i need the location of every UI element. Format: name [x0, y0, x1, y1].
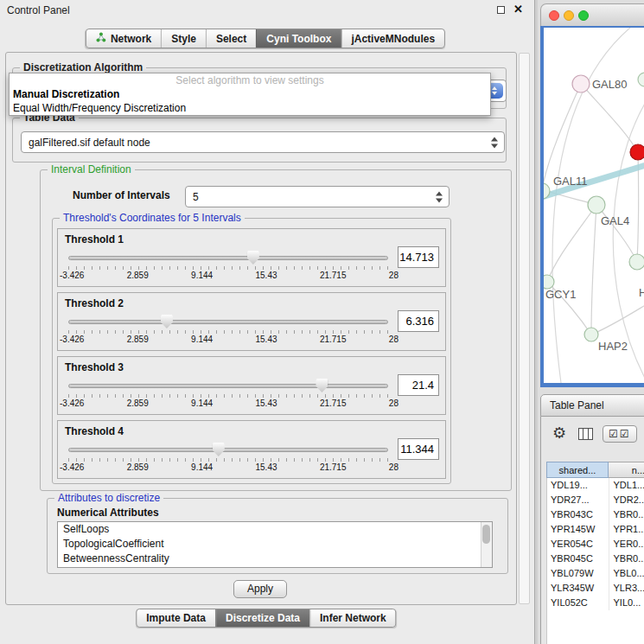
apply-button[interactable]: Apply — [233, 580, 287, 598]
table-row[interactable]: YIL052C YIL0... — [547, 596, 644, 610]
slider-thumb[interactable] — [247, 251, 259, 265]
node-label-hap2[interactable]: HAP2 — [598, 340, 628, 353]
tab-select[interactable]: Select — [206, 29, 256, 48]
spinner-arrows-icon[interactable] — [436, 191, 443, 202]
table-data-value: galFiltered.sif default node — [29, 132, 150, 152]
list-scrollbar[interactable] — [481, 522, 492, 567]
network-graph: GAL80 GAL11 GAL4 GCY1 HAP2 H — [544, 28, 644, 383]
slider-track[interactable] — [68, 448, 388, 452]
num-intervals-spinner[interactable]: 5 — [185, 186, 450, 207]
columns-icon[interactable] — [578, 428, 593, 440]
network-edge — [591, 296, 644, 335]
num-intervals-label: Number of Intervals — [73, 189, 170, 201]
node-label-gal4[interactable]: GAL4 — [601, 214, 629, 227]
threshold-2-label: Threshold 2 — [65, 297, 124, 309]
tab-infer-network[interactable]: Infer Network — [309, 609, 396, 627]
threshold-4-slider[interactable] — [67, 442, 390, 457]
scale-label: 9.144 — [191, 399, 213, 408]
slider-track[interactable] — [68, 384, 388, 388]
tab-cyni-toolbox[interactable]: Cyni Toolbox — [256, 29, 341, 48]
table-row[interactable]: YBL079W YBL0... — [547, 566, 644, 581]
tab-discretize-data[interactable]: Discretize Data — [215, 609, 309, 627]
network-window-frame: GAL80 GAL11 GAL4 GCY1 HAP2 H — [540, 26, 644, 387]
node-label-gal11[interactable]: GAL11 — [553, 175, 588, 188]
close-traffic-light[interactable] — [549, 10, 559, 21]
table-panel-header[interactable]: Table Panel — [540, 394, 644, 417]
threshold-3-slider[interactable] — [67, 378, 390, 393]
dropdown-option-equal-width[interactable]: Equal Width/Frequency Discretization — [10, 101, 490, 115]
list-item[interactable]: TopologicalCoefficient — [58, 537, 492, 552]
tab-impute-data[interactable]: Impute Data — [137, 609, 215, 627]
list-item[interactable]: SelfLoops — [58, 522, 492, 537]
threshold-1-slider[interactable] — [67, 250, 390, 265]
scale-label: 9.144 — [191, 462, 213, 472]
threshold-4-value[interactable]: 11.344 — [398, 438, 439, 460]
zoom-traffic-light[interactable] — [578, 10, 589, 21]
network-canvas[interactable]: GAL80 GAL11 GAL4 GCY1 HAP2 H — [544, 28, 644, 383]
float-window-icon[interactable] — [497, 6, 505, 14]
table-row[interactable]: YLR345W YLR3... — [547, 581, 644, 596]
network-window-titlebar[interactable] — [540, 3, 644, 26]
table-row[interactable]: YDR27... YDR2... — [547, 493, 644, 507]
cell-shared-name: YIL052C — [547, 596, 609, 610]
tab-network[interactable]: Network — [86, 29, 161, 48]
slider-thumb[interactable] — [316, 379, 328, 392]
threshold-3-value[interactable]: 21.4 — [398, 374, 439, 396]
network-node-hap2[interactable] — [584, 328, 598, 341]
slider-track[interactable] — [68, 256, 388, 260]
scale-label: 21.715 — [320, 335, 347, 344]
table-header-row: shared... n... — [546, 462, 644, 478]
dropdown-option-manual-discretization[interactable]: Manual Discretization — [10, 87, 490, 101]
table-data-combobox[interactable]: galFiltered.sif default node — [21, 131, 505, 153]
network-node-gal80[interactable] — [572, 75, 590, 92]
column-header-name[interactable]: n... — [609, 462, 644, 478]
scale-label: 15.43 — [256, 335, 277, 344]
slider-thumb[interactable] — [213, 443, 225, 456]
table-row[interactable]: YBR043C YBR0... — [547, 507, 644, 522]
scale-label: -3.426 — [60, 335, 84, 344]
vertical-scrollbar[interactable] — [519, 53, 530, 604]
table-row[interactable]: YER054C YER0... — [547, 537, 644, 552]
node-label-partial[interactable]: H — [639, 286, 644, 299]
scale-label: -3.426 — [60, 271, 84, 280]
column-header-shared-name[interactable]: shared... — [546, 462, 609, 478]
network-edge — [547, 205, 596, 282]
network-node[interactable] — [629, 254, 644, 270]
node-label-gal80[interactable]: GAL80 — [592, 78, 627, 91]
slider-track[interactable] — [68, 320, 388, 324]
scale-label: 15.43 — [256, 399, 277, 408]
scale-label: 28 — [389, 462, 399, 472]
scale-label: 28 — [389, 335, 399, 344]
minimize-traffic-light[interactable] — [564, 10, 574, 21]
table-row[interactable]: YPR145W YPR1... — [547, 522, 644, 537]
scale-label: 21.715 — [320, 271, 347, 280]
combo-arrows-icon[interactable] — [491, 137, 499, 148]
threshold-2-slider[interactable] — [67, 314, 390, 329]
interval-definition-label: Interval Definition — [48, 163, 135, 175]
gear-icon[interactable]: ⚙ — [552, 424, 566, 443]
table-row[interactable]: YBR045C YBR0... — [547, 552, 644, 566]
tab-jactivemnodules[interactable]: jActiveMNodules — [341, 29, 444, 48]
node-label-gcy1[interactable]: GCY1 — [545, 288, 576, 301]
network-node-selected[interactable] — [630, 144, 644, 160]
list-item[interactable]: BetweennessCentrality — [58, 552, 492, 566]
threshold-2-value[interactable]: 6.316 — [398, 310, 439, 332]
scale-label: 15.43 — [256, 271, 277, 280]
slider-thumb[interactable] — [161, 315, 173, 328]
attributes-list: SelfLoopsTopologicalCoefficientBetweenne… — [57, 521, 493, 568]
table-row[interactable]: YDL19... YDL1... — [547, 478, 644, 493]
network-node-gal4[interactable] — [588, 196, 605, 214]
network-node[interactable] — [638, 73, 644, 86]
network-tab-icon — [96, 32, 106, 45]
cell-shared-name: YPR145W — [547, 522, 609, 537]
network-edge — [581, 84, 638, 152]
cell-name: YBR0... — [609, 552, 644, 566]
list-scrollbar-thumb[interactable] — [482, 525, 490, 544]
threshold-1-value[interactable]: 14.713 — [398, 246, 439, 268]
close-icon[interactable]: ✕ — [513, 3, 523, 16]
tab-style[interactable]: Style — [161, 29, 206, 48]
select-columns-checkboxes-icon[interactable]: ☑☑ — [603, 425, 637, 443]
cell-shared-name: YDR27... — [547, 493, 609, 507]
control-panel-title: Control Panel — [7, 4, 70, 16]
network-node-gcy1[interactable] — [544, 275, 554, 289]
